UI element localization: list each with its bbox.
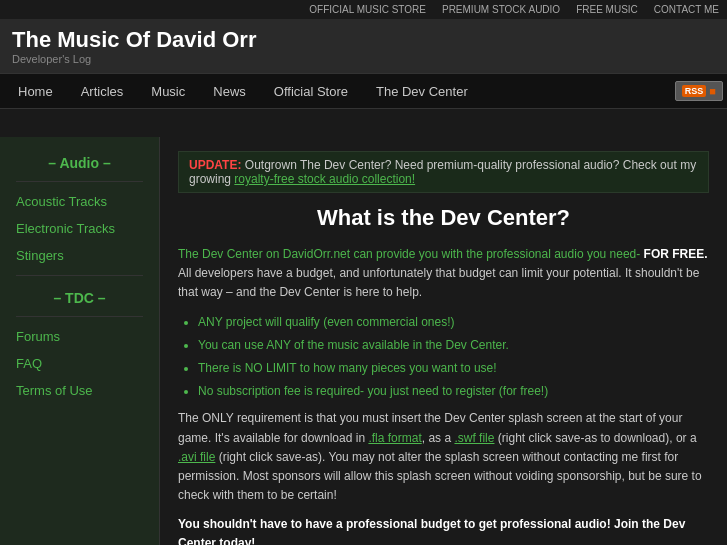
body1-mid1: , as a xyxy=(422,431,455,445)
intro-paragraph: The Dev Center on DavidOrr.net can provi… xyxy=(178,245,709,303)
sidebar-divider-2 xyxy=(16,275,143,276)
body1-mid2: (right click save-as to download), or a xyxy=(494,431,696,445)
content-body: The Dev Center on DavidOrr.net can provi… xyxy=(178,245,709,545)
sidebar-acoustic-tracks[interactable]: Acoustic Tracks xyxy=(0,188,159,215)
sidebar-forums[interactable]: Forums xyxy=(0,323,159,350)
nav-dev-center[interactable]: The Dev Center xyxy=(362,76,482,107)
bullet-2: You can use ANY of the music available i… xyxy=(198,336,709,355)
avi-link[interactable]: .avi file xyxy=(178,450,215,464)
nav-music[interactable]: Music xyxy=(137,76,199,107)
swf-link[interactable]: .swf file xyxy=(454,431,494,445)
sidebar-faq[interactable]: FAQ xyxy=(0,350,159,377)
page-title: What is the Dev Center? xyxy=(178,205,709,231)
contact-me-link[interactable]: CONTACT ME xyxy=(654,4,719,15)
divider-bar xyxy=(0,109,727,137)
official-music-store-link[interactable]: OFFICIAL MUSIC STORE xyxy=(309,4,426,15)
content-area: UPDATE: Outgrown The Dev Center? Need pr… xyxy=(160,137,727,545)
site-title: The Music Of David Orr xyxy=(12,27,715,53)
sidebar-electronic-tracks[interactable]: Electronic Tracks xyxy=(0,215,159,242)
final-note: You shouldn't have to have a professiona… xyxy=(178,517,685,545)
sidebar-stingers[interactable]: Stingers xyxy=(0,242,159,269)
nav-bar: Home Articles Music News Official Store … xyxy=(0,73,727,109)
update-label: UPDATE: xyxy=(189,158,241,172)
update-link[interactable]: royalty-free stock audio collection! xyxy=(234,172,415,186)
nav-articles[interactable]: Articles xyxy=(67,76,138,107)
premium-stock-audio-link[interactable]: PREMIUM STOCK AUDIO xyxy=(442,4,560,15)
intro-bold: FOR FREE. xyxy=(640,247,707,261)
nav-official-store[interactable]: Official Store xyxy=(260,76,362,107)
bullet-3: There is NO LIMIT to how many pieces you… xyxy=(198,359,709,378)
rss-label: ■ xyxy=(709,85,716,97)
sidebar-terms[interactable]: Terms of Use xyxy=(0,377,159,404)
nav-news[interactable]: News xyxy=(199,76,260,107)
sidebar-divider-1 xyxy=(16,181,143,182)
main-layout: – Audio – Acoustic Tracks Electronic Tra… xyxy=(0,137,727,545)
site-header: The Music Of David Orr Developer's Log xyxy=(0,19,727,73)
intro-text: The Dev Center on DavidOrr.net can provi… xyxy=(178,247,640,261)
body1-end: (right click save-as). You may not alter… xyxy=(178,450,702,502)
top-bar: OFFICIAL MUSIC STORE PREMIUM STOCK AUDIO… xyxy=(0,0,727,19)
body-paragraph-1: The ONLY requirement is that you must in… xyxy=(178,409,709,505)
intro-rest: All developers have a budget, and unfort… xyxy=(178,266,699,299)
sidebar-audio-title: – Audio – xyxy=(0,147,159,175)
bullet-4: No subscription fee is required- you jus… xyxy=(198,382,709,401)
site-subtitle: Developer's Log xyxy=(12,53,715,65)
fla-link[interactable]: .fla format xyxy=(368,431,421,445)
update-bar: UPDATE: Outgrown The Dev Center? Need pr… xyxy=(178,151,709,193)
sidebar-divider-3 xyxy=(16,316,143,317)
bullet-list: ANY project will qualify (even commercia… xyxy=(198,313,709,402)
sidebar: – Audio – Acoustic Tracks Electronic Tra… xyxy=(0,137,160,545)
final-note-paragraph: You shouldn't have to have a professiona… xyxy=(178,515,709,545)
sidebar-tdc-title: – TDC – xyxy=(0,282,159,310)
rss-icon: RSS xyxy=(682,85,707,97)
free-music-link[interactable]: FREE MUSIC xyxy=(576,4,638,15)
bullet-1: ANY project will qualify (even commercia… xyxy=(198,313,709,332)
rss-badge[interactable]: RSS ■ xyxy=(675,81,723,101)
nav-home[interactable]: Home xyxy=(4,76,67,107)
